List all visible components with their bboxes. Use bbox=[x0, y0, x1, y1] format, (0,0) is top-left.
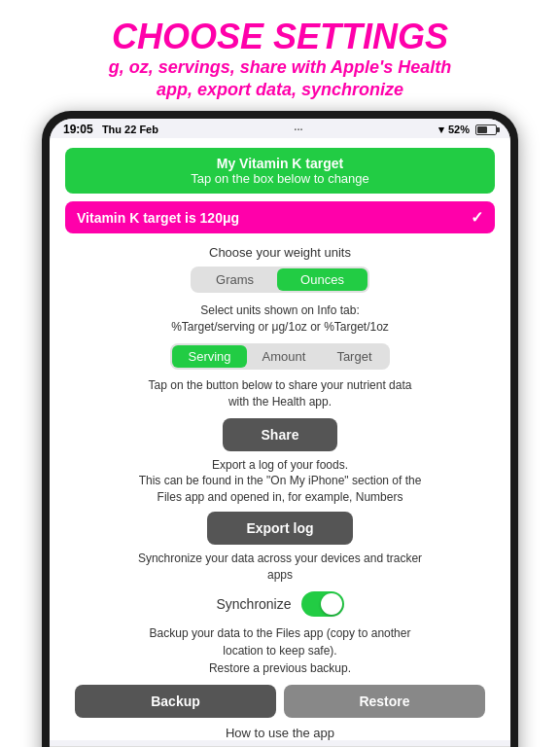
weight-units-control: Grams Ounces bbox=[191, 267, 369, 293]
weight-grams-btn[interactable]: Grams bbox=[192, 268, 277, 291]
page-header: CHOOSE SETTINGS g, oz, servings, share w… bbox=[0, 0, 560, 111]
device-screen: 19:05 Thu 22 Feb ··· ▾ 52% My Vitamin K … bbox=[50, 119, 510, 747]
backup-button[interactable]: Backup bbox=[75, 685, 276, 718]
sync-toggle[interactable] bbox=[301, 591, 344, 617]
vk-value-label: Vitamin K target is 120μg bbox=[77, 210, 239, 226]
sync-section: Synchronize your data across your device… bbox=[65, 551, 495, 617]
status-bar: 19:05 Thu 22 Feb ··· ▾ 52% bbox=[50, 119, 510, 138]
screen-content: My Vitamin K target Tap on the box below… bbox=[50, 138, 510, 739]
share-label: Tap on the button below to share your nu… bbox=[65, 377, 495, 410]
info-serving-btn[interactable]: Serving bbox=[172, 345, 246, 368]
status-time: 19:05 bbox=[63, 123, 93, 136]
vk-target-title: My Vitamin K target bbox=[77, 156, 483, 171]
backup-label: Backup your data to the Files app (copy … bbox=[65, 624, 495, 677]
vk-target-box[interactable]: My Vitamin K target Tap on the box below… bbox=[65, 148, 495, 194]
vk-target-subtitle: Tap on the box below to change bbox=[77, 171, 483, 186]
export-label: Export a log of your foods. This can be … bbox=[65, 457, 495, 506]
how-to-label: How to use the app bbox=[65, 726, 495, 740]
header-subtitle-1: g, oz, servings, share with Apple's Heal… bbox=[19, 56, 541, 79]
status-right: ▾ 52% bbox=[438, 124, 497, 136]
header-subtitle-2: app, export data, synchronize bbox=[19, 79, 541, 101]
header-title: CHOOSE SETTINGS bbox=[19, 18, 541, 56]
export-log-button[interactable]: Export log bbox=[207, 512, 352, 545]
device-frame: 19:05 Thu 22 Feb ··· ▾ 52% My Vitamin K … bbox=[42, 111, 518, 747]
vk-value-row[interactable]: Vitamin K target is 120μg ✓ bbox=[65, 201, 495, 233]
restore-button[interactable]: Restore bbox=[284, 685, 485, 718]
info-units-label: Select units shown on Info tab: %Target/… bbox=[65, 302, 495, 336]
wifi-icon: ▾ bbox=[438, 124, 444, 136]
weight-ounces-btn[interactable]: Ounces bbox=[277, 268, 368, 291]
sync-text: Synchronize bbox=[216, 596, 291, 612]
info-target-btn[interactable]: Target bbox=[321, 345, 387, 368]
info-units-control: Serving Amount Target bbox=[170, 343, 389, 370]
sync-label: Synchronize your data across your device… bbox=[65, 551, 495, 584]
battery-icon bbox=[475, 124, 497, 135]
share-button[interactable]: Share bbox=[223, 418, 338, 451]
weight-units-label: Choose your weight units bbox=[65, 245, 495, 260]
vk-checkmark: ✓ bbox=[471, 208, 483, 227]
status-date: Thu 22 Feb bbox=[102, 124, 158, 135]
backup-restore-row: Backup Restore bbox=[75, 685, 485, 718]
toggle-knob bbox=[321, 593, 342, 615]
info-amount-btn[interactable]: Amount bbox=[247, 345, 322, 368]
sync-row: Synchronize bbox=[65, 591, 495, 617]
battery-percent: 52% bbox=[448, 124, 470, 135]
